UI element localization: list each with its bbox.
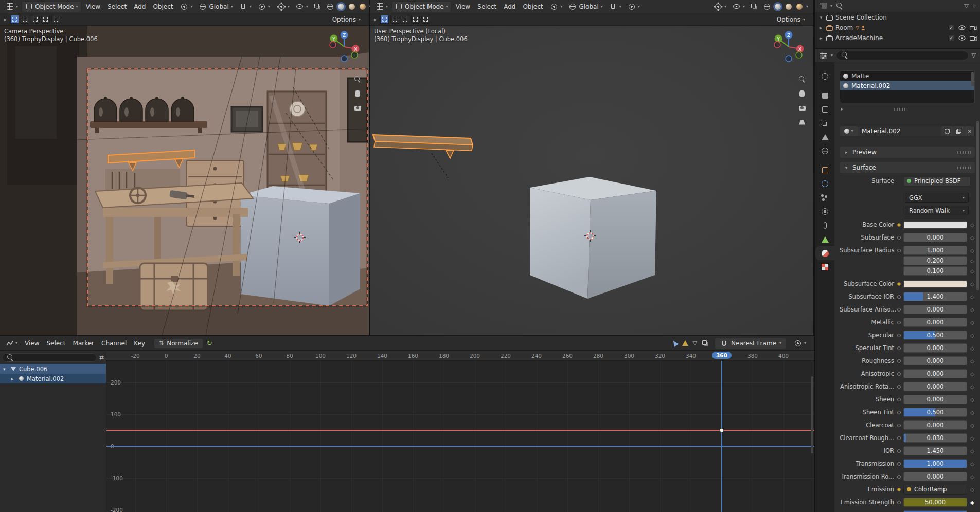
emission-node-dropdown[interactable]: ColorRamp	[903, 485, 967, 495]
specials-expand-icon[interactable]: ▸	[840, 106, 845, 112]
expand-icon[interactable]: ▾	[818, 15, 824, 20]
transform-orientation-dropdown[interactable]: Global ▾	[196, 2, 235, 12]
properties-tab-scene[interactable]	[815, 130, 834, 144]
properties-search[interactable]	[836, 51, 969, 60]
decorator-icon[interactable]: ◇	[970, 423, 974, 428]
normalize-toggle[interactable]: ⇅ Normalize	[154, 338, 203, 349]
filter-swap-icon[interactable]: ⇄	[99, 354, 104, 361]
navigation-gizmo[interactable]: Z X Y	[326, 28, 363, 67]
slot-list-scrollbar[interactable]	[971, 72, 974, 86]
properties-filter-icon[interactable]: ▽	[972, 52, 976, 59]
playhead[interactable]	[721, 361, 722, 512]
expand-icon[interactable]: ▸	[11, 376, 16, 381]
menu-key[interactable]: Key	[130, 339, 149, 348]
preview-panel-header[interactable]: ▸ Preview	[840, 147, 975, 158]
decorator-icon[interactable]: ◇	[970, 487, 974, 492]
subsurface-ior-slider[interactable]: 1.400	[903, 292, 967, 301]
editor-type-button[interactable]: ▾	[373, 2, 390, 12]
decorator-icon[interactable]: ◇	[970, 294, 974, 300]
decorator-icon[interactable]: ◇	[970, 320, 974, 325]
specular-slider[interactable]: 0.500	[903, 331, 967, 340]
decorator-icon[interactable]: ◇	[970, 258, 974, 264]
menu-view[interactable]: View	[21, 339, 43, 348]
new-material-button[interactable]	[953, 126, 965, 136]
snap-mode-dropdown[interactable]: Nearest Frame ▾	[715, 338, 787, 349]
clearcoat-slider[interactable]: 0.000	[903, 420, 967, 430]
resize-grip[interactable]	[894, 108, 907, 111]
decorator-icon[interactable]: ◇	[970, 281, 974, 287]
checkbox-icon[interactable]: ✓	[948, 25, 954, 31]
decorator-icon[interactable]: ◇	[970, 358, 974, 364]
menu-view[interactable]: View	[82, 2, 104, 11]
sheen-tint-slider[interactable]: 0.500	[903, 408, 967, 417]
editor-type-button[interactable]: ▾	[3, 2, 21, 12]
mode-dropdown[interactable]: Object Mode ▾	[391, 1, 451, 12]
shading-rendered-icon[interactable]	[360, 4, 366, 10]
decorator-icon[interactable]: ◇	[970, 448, 974, 454]
show-gizmo-toggle[interactable]: ▾	[711, 2, 729, 12]
material-name-field[interactable]: Material.002	[858, 126, 941, 136]
camera-toggle-icon[interactable]	[970, 35, 977, 41]
metallic-slider[interactable]: 0.000	[903, 318, 967, 327]
decorator-icon[interactable]: ◇	[970, 371, 974, 377]
properties-tab-physics[interactable]	[815, 205, 834, 218]
shading-rendered-icon[interactable]	[796, 4, 803, 10]
base-color-swatch[interactable]	[903, 221, 967, 229]
show-gizmo-toggle[interactable]: ▾	[275, 2, 292, 12]
material-slot-material-002[interactable]: Material.002	[840, 81, 974, 90]
properties-tab-output[interactable]	[815, 102, 834, 116]
emission-strength-slider[interactable]: 50.000	[903, 498, 967, 507]
options-button[interactable]: Options ▾	[328, 15, 365, 24]
subsurface-method-dropdown[interactable]: Random Walk ▾	[905, 206, 969, 215]
select-mode-new-button[interactable]	[10, 15, 19, 24]
decorator-icon[interactable]: ◇	[970, 461, 974, 467]
decorator-icon[interactable]: ◇	[970, 435, 974, 441]
select-mode-invert-button[interactable]	[411, 15, 420, 24]
specular-tint-slider[interactable]: 0.000	[903, 343, 967, 353]
timeline-ruler[interactable]: -200204060801001201401601802002202402602…	[106, 351, 814, 361]
properties-editor-icon[interactable]	[819, 51, 828, 60]
outliner-row-room[interactable]: ▸ Room ▽ ✓	[815, 23, 980, 33]
transform-orientation-dropdown[interactable]: Global ▾	[566, 2, 605, 12]
zoom-icon[interactable]	[353, 75, 362, 83]
menu-marker[interactable]: Marker	[69, 339, 98, 348]
select-mode-new-button[interactable]	[380, 15, 389, 24]
proportional-editing-dropdown[interactable]: ▾	[255, 2, 273, 12]
material-slot-matte[interactable]: Matte	[840, 71, 974, 81]
toolbar-toggle-icon[interactable]: ▸	[4, 16, 7, 22]
subsurface-slider[interactable]: 0.000	[903, 233, 967, 242]
curve-view[interactable]: 2001000-100-200	[106, 361, 814, 512]
subsurface-color-swatch[interactable]	[903, 280, 967, 288]
channel-cube-006[interactable]: ▾Cube.006	[0, 364, 106, 374]
select-mode-subtract-button[interactable]	[401, 15, 409, 24]
properties-tab-view-layer[interactable]	[815, 116, 834, 130]
vector-component-4-slider[interactable]: 0.100	[903, 266, 967, 276]
show-overlays-toggle[interactable]: ▾	[293, 2, 311, 12]
shading-material-icon[interactable]	[349, 4, 355, 10]
camera-view-icon[interactable]	[798, 104, 806, 112]
select-mode-extend-button[interactable]	[21, 15, 29, 24]
perspective-toggle-icon[interactable]	[798, 118, 806, 126]
menu-select[interactable]: Select	[43, 339, 69, 348]
editor-type-button[interactable]: ▾	[4, 339, 20, 348]
unlink-button[interactable]: ✕	[965, 126, 975, 136]
menu-add[interactable]: Add	[500, 2, 519, 11]
copy-icon[interactable]	[702, 339, 710, 348]
menu-select[interactable]: Select	[474, 2, 500, 11]
fcurve-default-value[interactable]	[106, 446, 814, 447]
properties-tab-tool[interactable]	[815, 69, 834, 83]
anisotropic-slider[interactable]: 0.000	[903, 369, 967, 378]
expand-icon[interactable]: ▸	[818, 25, 824, 30]
transform-pivot-dropdown[interactable]: ▾	[177, 2, 195, 12]
decorator-icon[interactable]: ◇	[970, 307, 974, 313]
outliner-row-scene-collection[interactable]: ▾ Scene Collection	[815, 12, 980, 23]
properties-tab-texture[interactable]	[815, 260, 834, 274]
pedestal-box[interactable]	[241, 186, 360, 306]
pan-hand-icon[interactable]	[798, 89, 806, 98]
active-tool-icon[interactable]	[671, 339, 679, 347]
expand-icon[interactable]: ▸	[818, 35, 824, 41]
clearcoat-rough-slider[interactable]: 0.030	[903, 433, 967, 443]
menu-view[interactable]: View	[452, 2, 474, 11]
proportional-editing-dropdown[interactable]: ▾	[625, 2, 643, 12]
checkbox-icon[interactable]: ✓	[948, 35, 954, 41]
